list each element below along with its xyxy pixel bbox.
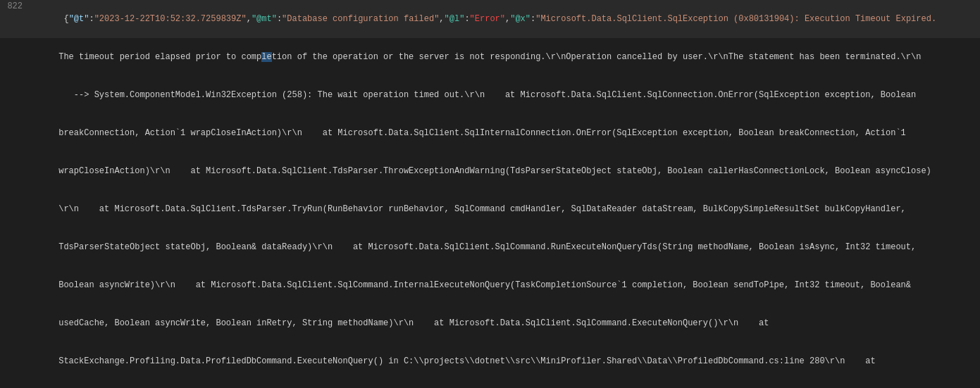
log-line-cont9: StackExchange.Profiling.Data.ProfiledDbC…: [0, 342, 980, 380]
line-number-cont7: [3, 266, 28, 304]
log-line-822: 822 {"@t":"2023-12-22T10:52:32.7259839Z"…: [0, 0, 980, 38]
line-number-cont10: [3, 380, 28, 388]
line-number-822: 822: [3, 0, 28, 38]
line-number-cont9: [3, 342, 28, 380]
line-number-cont2: [3, 76, 28, 114]
log-line-cont8: usedCache, Boolean asyncWrite, Boolean i…: [0, 304, 980, 342]
line-content-cont2: --> System.ComponentModel.Win32Exception…: [28, 76, 977, 114]
line-content-cont5: \r\n at Microsoft.Data.SqlClient.TdsPars…: [28, 190, 977, 228]
log-line-cont5: \r\n at Microsoft.Data.SqlClient.TdsPars…: [0, 190, 980, 228]
line-content-cont8: usedCache, Boolean asyncWrite, Boolean i…: [28, 304, 977, 342]
line-content-cont3: breakConnection, Action`1 wrapCloseInAct…: [28, 114, 977, 152]
line-content-822: {"@t":"2023-12-22T10:52:32.7259839Z","@m…: [28, 0, 977, 38]
log-line-cont10: Umbraco.Cms.Infrastructure.Persistence.F…: [0, 380, 980, 388]
line-number-cont5: [3, 190, 28, 228]
line-content-cont10: Umbraco.Cms.Infrastructure.Persistence.F…: [28, 380, 977, 388]
line-content-cont6: TdsParserStateObject stateObj, Boolean& …: [28, 228, 977, 266]
log-line-cont7: Boolean asyncWrite)\r\n at Microsoft.Dat…: [0, 266, 980, 304]
line-content-cont9: StackExchange.Profiling.Data.ProfiledDbC…: [28, 342, 977, 380]
log-line-cont3: breakConnection, Action`1 wrapCloseInAct…: [0, 114, 980, 152]
line-content-cont7: Boolean asyncWrite)\r\n at Microsoft.Dat…: [28, 266, 977, 304]
line-number-cont8: [3, 304, 28, 342]
log-line-cont2: --> System.ComponentModel.Win32Exception…: [0, 76, 980, 114]
line-number-cont6: [3, 228, 28, 266]
line-number-cont4: [3, 152, 28, 190]
log-line-cont6: TdsParserStateObject stateObj, Boolean& …: [0, 228, 980, 266]
line-content-cont1: The timeout period elapsed prior to comp…: [28, 38, 977, 76]
log-container: 822 {"@t":"2023-12-22T10:52:32.7259839Z"…: [0, 0, 980, 388]
line-number-cont3: [3, 114, 28, 152]
log-line-cont4: wrapCloseInAction)\r\n at Microsoft.Data…: [0, 152, 980, 190]
log-line-cont1: The timeout period elapsed prior to comp…: [0, 38, 980, 76]
line-number-cont1: [3, 38, 28, 76]
line-content-cont4: wrapCloseInAction)\r\n at Microsoft.Data…: [28, 152, 977, 190]
